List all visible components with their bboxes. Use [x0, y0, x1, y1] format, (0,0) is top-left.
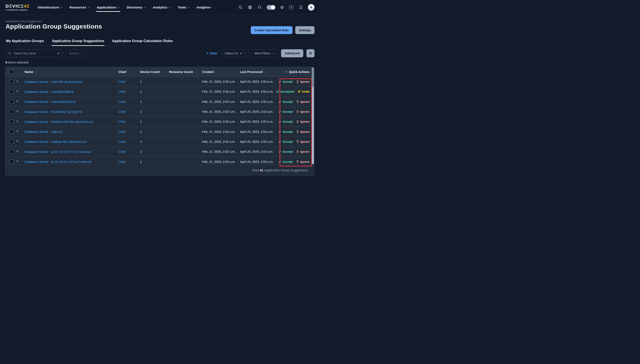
- ignore-button[interactable]: Ignore: [296, 150, 310, 153]
- column-header-resource-count[interactable]: Resource Count↑↓: [169, 70, 202, 74]
- row-checkbox[interactable]: [9, 150, 14, 154]
- settings-gear-icon[interactable]: ⚙: [280, 5, 284, 10]
- nav-item-resources[interactable]: Resources: [70, 0, 89, 14]
- globe-icon[interactable]: [248, 5, 252, 10]
- accept-button[interactable]: Accept: [279, 150, 293, 153]
- tab-application-group-suggestions[interactable]: Application Group Suggestions: [52, 37, 105, 46]
- advanced-button[interactable]: Advanced: [281, 49, 303, 57]
- ignore-button[interactable]: Ignore: [296, 130, 310, 134]
- suggestion-name-link[interactable]: Database Server - ip-10-10-31-197.ec2.in…: [25, 160, 91, 164]
- chevron-down-icon: [61, 6, 63, 8]
- pin-icon[interactable]: [16, 90, 24, 94]
- pin-icon[interactable]: [16, 130, 24, 134]
- help-icon[interactable]: ?: [289, 5, 294, 10]
- column-header-name[interactable]: Name↑↓: [24, 70, 118, 74]
- clear-filters-button[interactable]: ×Clear: [206, 52, 218, 55]
- select-all-checkbox[interactable]: [9, 70, 14, 74]
- chart-link[interactable]: Chart: [118, 110, 126, 113]
- column-header-created[interactable]: Created↑↓: [202, 70, 240, 74]
- chart-link[interactable]: Chart: [118, 130, 126, 134]
- search-box[interactable]: ×: [6, 49, 62, 57]
- row-checkbox[interactable]: [9, 100, 14, 104]
- actions-dropdown[interactable]: Actions: [66, 49, 86, 57]
- nav-item-insights[interactable]: Insights+: [197, 0, 211, 14]
- suggestion-name-link[interactable]: Database Server - freebsd-103-001.device…: [25, 120, 93, 124]
- suggestion-name-link[interactable]: Database Server - chef-001.device42.pvt: [25, 80, 82, 84]
- suggestion-name-link[interactable]: Database Server - hadoop-001.device42.pv…: [25, 140, 87, 144]
- row-checkbox[interactable]: [9, 130, 14, 134]
- tab-application-group-calculation-rules[interactable]: Application Group Calculation Rules: [112, 37, 173, 46]
- pin-icon[interactable]: [16, 80, 24, 84]
- pin-icon[interactable]: [16, 160, 24, 164]
- ignore-button[interactable]: Ignore: [296, 140, 310, 144]
- ignore-button[interactable]: Ignore: [296, 80, 310, 83]
- search-clear-icon[interactable]: ×: [57, 52, 60, 55]
- pin-icon[interactable]: [16, 120, 24, 124]
- ignore-button[interactable]: Ignore: [296, 100, 310, 104]
- user-avatar[interactable]: A: [308, 4, 314, 10]
- chevron-down-icon: [88, 6, 90, 8]
- accept-button[interactable]: Accept: [279, 80, 293, 83]
- accept-button[interactable]: Accept: [279, 110, 293, 113]
- pin-icon[interactable]: [16, 110, 24, 114]
- more-filters-dropdown[interactable]: More Filters: [251, 49, 277, 57]
- column-header-quick-actions: Quick Actions: [276, 70, 314, 74]
- undo-button[interactable]: ↺Undo: [298, 90, 310, 94]
- create-calculation-rule-button[interactable]: Create Calculation Rule: [251, 26, 292, 34]
- ignore-button[interactable]: Ignore: [296, 160, 310, 164]
- chart-link[interactable]: Chart: [118, 80, 126, 83]
- suggestion-name-link[interactable]: Database Server - cherwd01fl9016: [25, 90, 74, 94]
- chart-link[interactable]: Chart: [118, 90, 126, 93]
- nav-utilities: ☾ ⚙ ? A: [238, 4, 314, 10]
- clear-x-icon: ×: [206, 52, 208, 55]
- chart-link[interactable]: Chart: [118, 140, 126, 144]
- pin-icon[interactable]: [16, 150, 24, 154]
- theme-toggle[interactable]: ☾: [267, 5, 275, 10]
- row-checkbox[interactable]: [9, 90, 14, 94]
- sort-icon: ↑↓: [35, 71, 36, 74]
- chart-link[interactable]: Chart: [118, 100, 126, 104]
- row-checkbox[interactable]: [9, 110, 14, 114]
- row-checkbox[interactable]: [9, 140, 14, 144]
- scrollbar-track[interactable]: [312, 68, 314, 164]
- nav-item-applications[interactable]: Applications: [97, 0, 120, 14]
- search-input[interactable]: [13, 52, 56, 55]
- settings-button[interactable]: Settings: [295, 26, 314, 34]
- bell-icon[interactable]: [257, 5, 262, 10]
- accept-button[interactable]: Accept: [279, 130, 293, 134]
- suggestion-name-link[interactable]: Database Server - EC2AMAZ-QLVQDTG: [25, 110, 83, 114]
- ignore-button[interactable]: Ignore: [296, 110, 310, 113]
- status-filter-remove-icon[interactable]: ×: [240, 52, 242, 55]
- tab-my-application-groups[interactable]: My Application Groups: [6, 37, 45, 46]
- chart-link[interactable]: Chart: [118, 120, 126, 123]
- table-row: Database Server - hadoop-001.device42.pv…: [5, 137, 314, 147]
- row-checkbox[interactable]: [9, 160, 14, 164]
- table-row: Database Server - cherwwt01tp9211Chart1F…: [5, 97, 314, 107]
- suggestion-name-link[interactable]: Database Server - fujitsu01: [25, 130, 63, 134]
- ignore-button[interactable]: Ignore: [296, 120, 310, 123]
- device42-logo[interactable]: DΞVICΞ42 A Freshworks Company: [6, 4, 30, 11]
- nav-item-infrastructure[interactable]: Infrastructure: [38, 0, 63, 14]
- status-filter-chip[interactable]: Status (1) ×: [222, 49, 249, 57]
- accept-button[interactable]: Accept: [279, 100, 293, 104]
- suggestion-name-link[interactable]: Database Server - cherwwt01tp9211: [25, 100, 76, 104]
- pin-icon[interactable]: [16, 100, 24, 104]
- accept-button[interactable]: Accept: [279, 120, 293, 123]
- chart-link[interactable]: Chart: [118, 150, 126, 153]
- suggestion-name-link[interactable]: Database Server - ip-10-10-19-177.ec2.in…: [25, 150, 91, 154]
- row-checkbox[interactable]: [9, 80, 14, 84]
- nav-item-tools[interactable]: Tools: [178, 0, 189, 14]
- scrollbar-thumb[interactable]: [312, 68, 314, 87]
- column-header-device-count[interactable]: Device Count↑↓: [140, 70, 169, 74]
- nav-item-analytics[interactable]: Analytics: [153, 0, 171, 14]
- chart-link[interactable]: Chart: [118, 160, 126, 164]
- accept-button[interactable]: Accept: [279, 140, 293, 144]
- table-settings-gear-button[interactable]: ⚙: [306, 49, 314, 57]
- accept-button[interactable]: Accept: [279, 160, 293, 164]
- bookmark-icon[interactable]: [298, 5, 303, 10]
- search-icon[interactable]: [238, 5, 243, 10]
- column-header-last-processed[interactable]: Last Processed↑↓: [240, 70, 276, 74]
- row-checkbox[interactable]: [9, 120, 14, 124]
- nav-item-discovery[interactable]: Discovery: [127, 0, 146, 14]
- pin-icon[interactable]: [16, 140, 24, 144]
